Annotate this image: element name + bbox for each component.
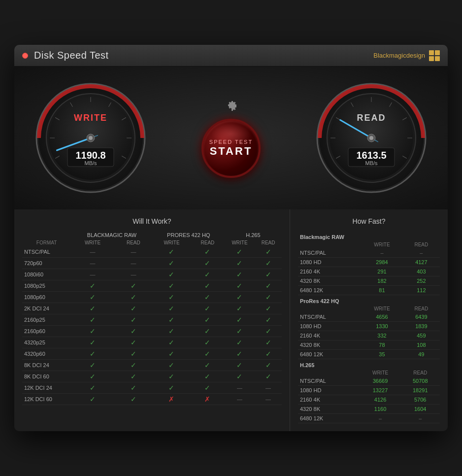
check-cell: ✓ [255, 371, 282, 382]
write-cell: 36669 [360, 376, 401, 386]
write-cell: 1160 [360, 405, 401, 414]
check-cell: ✓ [71, 326, 114, 337]
check-cell: ✓ [255, 360, 282, 371]
check-cell: ✓ [255, 326, 282, 337]
format-name: 4320p25 [22, 337, 71, 348]
check-cell: ✓ [255, 348, 282, 360]
check-cell: ✓ [71, 394, 114, 405]
check-cell: ✓ [114, 371, 153, 382]
write-cell: 2984 [361, 258, 403, 267]
list-item: 2160 4K291403 [298, 267, 440, 276]
braw-write-header: WRITE [71, 239, 114, 246]
check-cell: ✓ [255, 314, 282, 326]
format-name: 2160p25 [22, 314, 71, 326]
table-row: 2160p60✓✓✓✓✓✓ [22, 326, 282, 337]
write-cell: 1330 [361, 322, 403, 331]
write-cell: 4126 [360, 395, 401, 405]
check-cell: ✓ [255, 246, 282, 258]
how-fast-table: WRITEREADNTSC/PAL36669507081080 HD132271… [298, 369, 440, 423]
read-cell: 50708 [400, 376, 440, 386]
format-name: 4320p60 [22, 348, 71, 360]
start-button-line2: START [210, 145, 253, 158]
check-cell: ✓ [71, 303, 114, 314]
will-it-work-title: Will It Work? [22, 217, 282, 225]
check-cell: ✓ [255, 269, 282, 280]
check-cell: — [255, 382, 282, 394]
read-cell: 5706 [400, 395, 440, 405]
check-cell: ✓ [114, 303, 153, 314]
check-cell: ✓ [191, 258, 225, 269]
check-cell: ✓ [255, 303, 282, 314]
read-unit: MB/s [365, 160, 378, 166]
check-cell: ✓ [225, 360, 255, 371]
check-cell: ✓ [153, 360, 191, 371]
check-cell: ✓ [153, 269, 191, 280]
format-name: 720p60 [22, 258, 71, 269]
check-cell: ✓ [71, 360, 114, 371]
start-button[interactable]: SPEED TEST START [201, 119, 261, 178]
table-row: 1080p25✓✓✓✓✓✓ [22, 280, 282, 292]
check-cell: ✓ [71, 337, 114, 348]
check-cell: ✓ [153, 348, 191, 360]
read-cell: 4127 [403, 258, 440, 267]
check-cell: ✓ [71, 348, 114, 360]
check-cell: ✓ [225, 303, 255, 314]
check-cell: — [71, 269, 114, 280]
check-cell: ✓ [191, 246, 225, 258]
table-row: 2160p25✓✓✓✓✓✓ [22, 314, 282, 326]
read-cell: 6439 [403, 312, 440, 322]
list-item: 4320 8K11601604 [298, 405, 440, 414]
brand-name: Blackmagicdesign [373, 52, 425, 59]
app-window: Disk Speed Test Blackmagicdesign [14, 45, 448, 431]
close-button[interactable] [22, 53, 28, 59]
check-cell: ✓ [255, 258, 282, 269]
check-cell: ✓ [153, 371, 191, 382]
check-cell: ✓ [71, 292, 114, 303]
check-cell: ✓ [191, 337, 225, 348]
app-title: Disk Speed Test [34, 50, 109, 61]
write-cell: 4656 [361, 312, 403, 322]
start-button-line1: SPEED TEST [209, 139, 253, 145]
check-cell: ✓ [225, 280, 255, 292]
check-cell: ✓ [71, 371, 114, 382]
how-fast-title: How Fast? [298, 217, 440, 225]
table-row: 4320p60✓✓✓✓✓✓ [22, 348, 282, 360]
list-item: 2160 4K41265706 [298, 395, 440, 405]
list-item: 4320 8K182252 [298, 276, 440, 286]
check-cell: ✓ [153, 314, 191, 326]
check-cell: ✓ [114, 382, 153, 394]
list-item: 1080 HD1322718291 [298, 386, 440, 395]
read-cell: – [403, 248, 440, 258]
check-cell: ✗ [153, 394, 191, 405]
gauges-area: WRITE 1190.8 MB/s [14, 67, 448, 209]
check-cell: ✓ [153, 326, 191, 337]
gear-icon[interactable] [224, 98, 238, 113]
col-header-h265: H.265 [225, 231, 282, 239]
format-header: FORMAT [22, 239, 71, 246]
write-cell: 291 [361, 267, 403, 276]
check-cell: ✓ [191, 303, 225, 314]
check-cell: ✓ [191, 314, 225, 326]
read-gauge: READ 1613.5 MB/s [315, 81, 428, 195]
check-cell: ✓ [225, 371, 255, 382]
check-cell: ✓ [71, 280, 114, 292]
list-item: NTSC/PAL46566439 [298, 312, 440, 322]
will-it-work-table: Blackmagic RAW ProRes 422 HQ H.265 FORMA… [22, 231, 282, 405]
table-row: 1080p60✓✓✓✓✓✓ [22, 292, 282, 303]
how-fast-panel: How Fast? Blackmagic RAWWRITEREADNTSC/PA… [290, 209, 448, 431]
check-cell: ✓ [153, 292, 191, 303]
table-row: 2K DCI 24✓✓✓✓✓✓ [22, 303, 282, 314]
read-value: 1613.5 [356, 150, 386, 161]
table-row: NTSC/PAL——✓✓✓✓ [22, 246, 282, 258]
prores-read-header: READ [191, 239, 225, 246]
read-cell: 112 [403, 286, 440, 295]
check-cell: ✓ [153, 382, 191, 394]
svg-point-38 [369, 136, 373, 140]
format-name: 1080p25 [22, 280, 71, 292]
check-cell: — [225, 394, 255, 405]
format-name: 12K DCI 24 [22, 382, 71, 394]
write-cell: 332 [361, 331, 403, 340]
list-item: NTSC/PAL3666950708 [298, 376, 440, 386]
check-cell: ✓ [225, 326, 255, 337]
check-cell: — [225, 382, 255, 394]
